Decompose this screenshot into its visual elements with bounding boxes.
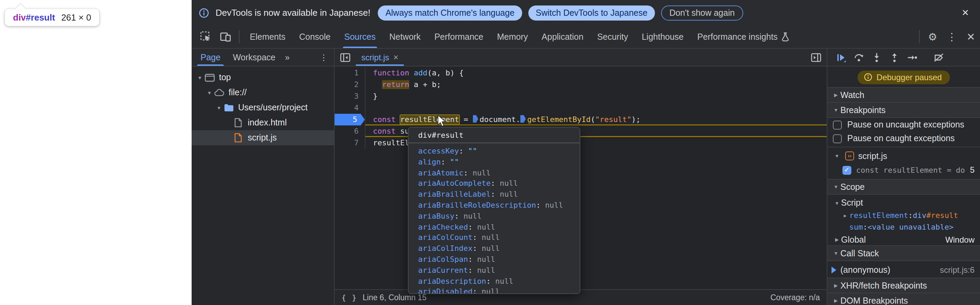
tree-item-label: index.html <box>248 118 287 128</box>
tree-item-file-[interactable]: ▼file:// <box>192 85 334 100</box>
resume-script-icon[interactable] <box>833 50 849 64</box>
tree-item-top[interactable]: ▼top <box>192 70 334 85</box>
tab-label: Lighthouse <box>641 32 683 42</box>
toggle-navigator-icon[interactable] <box>335 49 356 66</box>
main-tab-sources[interactable]: Sources <box>337 26 383 48</box>
continue-to-here-marker-icon[interactable] <box>473 115 478 123</box>
notification-close-button[interactable]: ✕ <box>958 6 973 19</box>
code-line-4: 4 <box>335 102 827 114</box>
popover-property-row: ariaColIndex: null <box>418 243 580 254</box>
inspect-element-icon[interactable] <box>196 26 216 48</box>
property-value: null <box>545 201 563 210</box>
tree-item-script-js[interactable]: script.js <box>192 130 334 145</box>
navigator-tab-page[interactable]: Page <box>194 49 226 66</box>
settings-gear-icon[interactable]: ⚙ <box>923 26 942 48</box>
toolbar-separator-right <box>919 30 920 43</box>
popover-property-row: ariaColSpan: null <box>418 254 580 265</box>
main-tab-performance[interactable]: Performance <box>427 26 490 48</box>
property-colon: : <box>473 233 482 242</box>
element-id: #result <box>26 12 55 22</box>
call-stack-frame[interactable]: (anonymous)script.js:6 <box>827 262 980 277</box>
navigator-menu-icon[interactable]: ⋮ <box>316 53 331 62</box>
main-tab-network[interactable]: Network <box>383 26 428 48</box>
tab-label: Security <box>597 32 628 42</box>
main-tab-lighthouse[interactable]: Lighthouse <box>635 26 690 48</box>
section-scope[interactable]: ▼ Scope <box>827 179 980 195</box>
breakpoint-file-group[interactable]: ▼ ‹› script.js <box>827 147 980 163</box>
main-tab-security[interactable]: Security <box>590 26 635 48</box>
main-tab-performance-insights[interactable]: Performance insights <box>690 26 797 48</box>
always-match-language-button[interactable]: Always match Chrome's language <box>378 5 522 20</box>
tab-overflow-chevron[interactable]: » <box>282 53 293 62</box>
section-xhr-breakpoints[interactable]: ▶ XHR/fetch Breakpoints <box>827 278 980 293</box>
dont-show-again-button[interactable]: Don't show again <box>661 5 743 20</box>
device-toolbar-icon[interactable] <box>216 26 235 48</box>
deactivate-breakpoints-icon[interactable] <box>931 50 947 64</box>
tab-label: Console <box>299 32 331 42</box>
section-watch[interactable]: ▶ Watch <box>827 87 980 103</box>
step-icon[interactable] <box>904 50 920 64</box>
frame-location: script.js:6 <box>940 265 975 275</box>
tree-item-Users-user-project[interactable]: ▼Users/user/project <box>192 100 334 115</box>
section-call-stack[interactable]: ▼ Call Stack <box>827 245 980 261</box>
property-colon: : <box>441 158 450 166</box>
breakpoint-entry[interactable]: ✓ const resultElement = doc⋯ 5 <box>827 163 980 177</box>
popover-property-row: ariaAtomic: null <box>418 168 580 179</box>
collapsed-caret-icon[interactable]: ▶ <box>841 213 849 218</box>
code-line-5: 5const resultElement = document.getEleme… <box>335 114 827 125</box>
line-number[interactable]: 7 <box>335 137 365 149</box>
breakpoint-file-label: script.js <box>858 151 887 161</box>
editor-tab-close-icon[interactable]: × <box>393 52 398 62</box>
popover-property-row: ariaCurrent: null <box>418 265 580 276</box>
main-tab-elements[interactable]: Elements <box>243 26 292 48</box>
property-colon: : <box>459 147 468 156</box>
more-options-icon[interactable]: ⋮ <box>942 26 962 48</box>
line-number[interactable]: 3 <box>335 91 365 102</box>
breakpoint-line-number[interactable]: 5 <box>335 114 365 125</box>
devtools-close-icon[interactable]: ✕ <box>962 26 980 48</box>
breakpoint-entry-checkbox[interactable]: ✓ <box>842 166 851 174</box>
property-colon: : <box>486 276 495 286</box>
tree-item-label: Users/user/project <box>238 103 308 112</box>
main-tab-memory[interactable]: Memory <box>490 26 535 48</box>
navigator-tab-workspace[interactable]: Workspace <box>226 49 282 66</box>
variable-name: sum <box>849 223 863 232</box>
step-over-icon[interactable] <box>851 50 867 64</box>
pause-caught-checkbox[interactable] <box>833 134 842 143</box>
scope-script-group[interactable]: ▼ Script <box>827 195 980 210</box>
main-tab-console[interactable]: Console <box>292 26 337 48</box>
step-out-icon[interactable] <box>886 50 903 64</box>
scope-variable-resultElement[interactable]: ▶resultElement: div#result <box>827 210 980 221</box>
switch-devtools-japanese-button[interactable]: Switch DevTools to Japanese <box>528 5 655 20</box>
pause-uncaught-checkbox[interactable] <box>833 120 842 129</box>
toggle-debugger-sidebar-icon[interactable] <box>805 49 827 66</box>
pretty-print-icon[interactable]: { } <box>342 293 357 302</box>
frame-function-name: (anonymous) <box>840 265 890 275</box>
line-number[interactable]: 4 <box>335 102 365 114</box>
property-colon: : <box>491 190 500 199</box>
main-tab-application[interactable]: Application <box>535 26 590 48</box>
element-tag: div <box>13 12 26 22</box>
line-number[interactable]: 2 <box>335 79 365 91</box>
scope-global-row[interactable]: ▶ Global Window <box>827 233 980 246</box>
scope-variable-sum[interactable]: sum: <value unavailable> <box>827 221 980 233</box>
editor-tab-scriptjs[interactable]: script.js × <box>356 49 404 66</box>
expanded-caret-icon[interactable]: ▼ <box>215 105 223 110</box>
continue-to-here-marker-icon[interactable] <box>520 115 526 123</box>
code-line-3: 3} <box>335 91 827 102</box>
tab-label: Application <box>542 32 584 42</box>
pause-caught-label: Pause on caught exceptions <box>847 134 955 143</box>
section-dom-breakpoints[interactable]: ▶ DOM Breakpoints <box>827 293 980 305</box>
line-number[interactable]: 6 <box>335 125 365 137</box>
popover-property-row: ariaAutoComplete: null <box>418 179 580 190</box>
expanded-caret-icon[interactable]: ▼ <box>196 75 204 80</box>
step-into-icon[interactable] <box>869 50 885 64</box>
tree-item-index-html[interactable]: index.html <box>192 115 334 130</box>
expanded-caret-icon[interactable]: ▼ <box>205 90 213 95</box>
coverage-status: Coverage: n/a <box>771 293 820 302</box>
tab-label: Elements <box>250 32 285 42</box>
popover-property-row: ariaBusy: null <box>418 211 580 222</box>
section-breakpoints[interactable]: ▼ Breakpoints <box>827 102 980 118</box>
line-number[interactable]: 1 <box>335 67 365 79</box>
expanded-caret-icon: ▼ <box>832 251 840 255</box>
